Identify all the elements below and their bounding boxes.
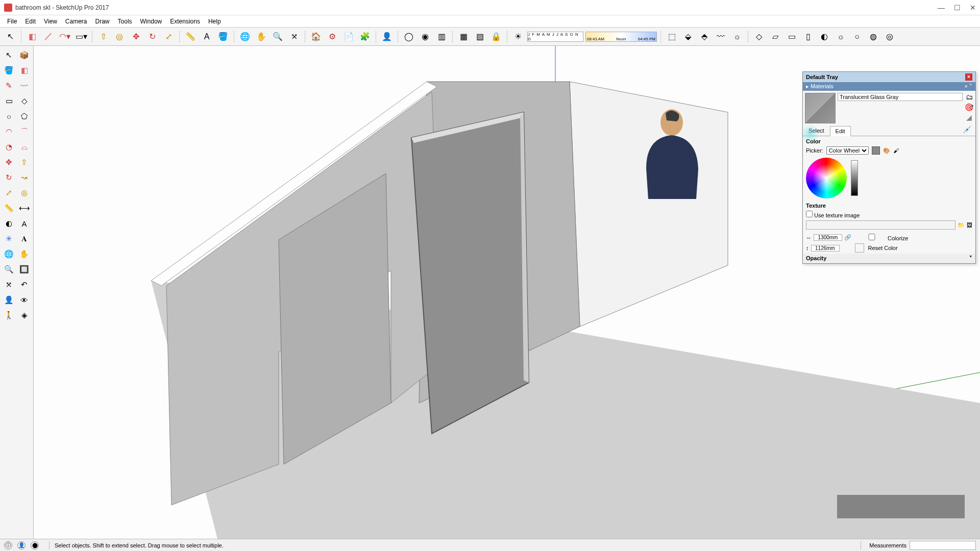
proj-two-icon[interactable]: ◎ — [883, 30, 897, 44]
proj-front-icon[interactable]: ▭ — [785, 30, 799, 44]
proj-back-icon[interactable]: ◐ — [817, 30, 831, 44]
menu-window[interactable]: Window — [136, 18, 166, 25]
link-dims-icon[interactable]: 🔗 — [844, 234, 851, 241]
lock-icon[interactable]: 🔒 — [489, 30, 503, 44]
tab-edit[interactable]: Edit — [830, 126, 851, 136]
menu-camera[interactable]: Camera — [61, 18, 91, 25]
time-slider[interactable]: 08:43 AM Noon 04:45 PM — [585, 32, 657, 42]
section-icon[interactable]: ◈ — [17, 308, 32, 322]
layout-icon[interactable]: 📄 — [341, 30, 356, 44]
style1-icon[interactable]: ⬚ — [665, 30, 679, 44]
proj-right-icon[interactable]: ▯ — [801, 30, 815, 44]
proj-para-icon[interactable]: ◍ — [866, 30, 880, 44]
tray-close-icon[interactable]: × — [965, 73, 972, 81]
component-icon[interactable]: ▧ — [473, 30, 487, 44]
paint-bucket-icon[interactable]: 🪣 — [2, 63, 16, 78]
swatch-icon[interactable] — [872, 146, 880, 155]
pushpull2-icon[interactable]: ⇧ — [17, 155, 32, 169]
rotated-rect-icon[interactable]: ◇ — [17, 94, 32, 108]
browse-texture-icon[interactable]: 📁 — [958, 222, 965, 229]
use-texture-checkbox[interactable]: Use texture image — [806, 212, 860, 218]
line-tool-icon[interactable]: ／ — [41, 30, 56, 44]
polygon-icon[interactable]: ⬠ — [17, 109, 32, 123]
menu-view[interactable]: View — [40, 18, 61, 25]
tape-icon[interactable]: 📏 — [183, 30, 198, 44]
arc4-icon[interactable]: ⌓ — [17, 140, 32, 154]
zoom-icon[interactable]: 🔍 — [271, 30, 285, 44]
scale2-icon[interactable]: ⤢ — [2, 186, 16, 200]
vray-viewport-icon[interactable]: ▥ — [434, 30, 449, 44]
pan-icon[interactable]: ✋ — [254, 30, 268, 44]
position-cam-icon[interactable]: 👤 — [2, 293, 16, 307]
circle-icon[interactable]: ○ — [2, 109, 16, 123]
ext-manager-icon[interactable]: 🧩 — [358, 30, 372, 44]
expand-opacity-icon[interactable]: ˅ — [969, 255, 972, 262]
text-icon[interactable]: A — [200, 30, 214, 44]
rotate-icon[interactable]: ↻ — [145, 30, 159, 44]
arc2-icon[interactable]: ◠ — [2, 124, 16, 139]
ext-warehouse-icon[interactable]: ⚙ — [325, 30, 339, 44]
dim-icon[interactable]: ⟷ — [17, 201, 32, 215]
look-icon[interactable]: 👁 — [17, 293, 32, 307]
pencil-icon[interactable]: ✎ — [2, 79, 16, 93]
shape-tool-icon[interactable]: ▭▾ — [74, 30, 88, 44]
offset2-icon[interactable]: ◎ — [17, 186, 32, 200]
menu-draw[interactable]: Draw — [91, 18, 114, 25]
match-screen-icon[interactable]: 🎨 — [883, 147, 890, 154]
texture-width-input[interactable] — [814, 234, 842, 241]
shadow-toggle-icon[interactable]: ☀ — [511, 30, 525, 44]
style3-icon[interactable]: ⬘ — [697, 30, 712, 44]
close-button[interactable]: ✕ — [970, 4, 976, 12]
proj-left-icon[interactable]: ☼ — [834, 30, 848, 44]
paint-icon[interactable]: 🪣 — [216, 30, 230, 44]
menu-edit[interactable]: Edit — [21, 18, 40, 25]
select-icon[interactable]: ↖ — [2, 48, 16, 62]
zoom2-icon[interactable]: 🔍 — [2, 262, 16, 277]
rect-icon[interactable]: ▭ — [2, 94, 16, 108]
scale-icon[interactable]: ⤢ — [161, 30, 176, 44]
text2-icon[interactable]: A — [17, 216, 32, 231]
status-info-icon[interactable]: ⓘ — [4, 541, 12, 549]
menu-help[interactable]: Help — [204, 18, 225, 25]
material-name-input[interactable] — [838, 93, 963, 101]
pie-icon[interactable]: ◔ — [2, 140, 16, 154]
style4-icon[interactable]: 〰 — [714, 30, 728, 44]
zoom-extents-icon[interactable]: ⤧ — [287, 30, 301, 44]
date-slider[interactable]: J F M A M J J A S O N D — [527, 32, 583, 42]
orbit2-icon[interactable]: 🌐 — [2, 247, 16, 261]
create-material-icon[interactable]: 🗂 — [966, 93, 973, 101]
match-model-icon[interactable]: 🖌 — [893, 147, 899, 154]
zoom-window-icon[interactable]: 🔲 — [17, 262, 32, 277]
menu-extensions[interactable]: Extensions — [166, 18, 204, 25]
axes-icon[interactable]: ✳ — [2, 232, 16, 246]
tray-header[interactable]: Default Tray × — [803, 72, 975, 82]
orbit-icon[interactable]: 🌐 — [238, 30, 252, 44]
menu-file[interactable]: File — [3, 18, 21, 25]
previous-icon[interactable]: ↶ — [17, 278, 32, 292]
arc3-icon[interactable]: ⌒ — [17, 124, 32, 139]
move-icon[interactable]: ✥ — [129, 30, 143, 44]
proj-top-icon[interactable]: ▱ — [768, 30, 782, 44]
status-geo-icon[interactable]: 👤 — [17, 541, 26, 549]
arc-tool-icon[interactable]: ◠▾ — [58, 30, 72, 44]
tape2-icon[interactable]: 📏 — [2, 201, 16, 215]
minimize-button[interactable]: — — [938, 4, 945, 12]
colorize-checkbox[interactable]: Colorize — [857, 234, 908, 241]
followme-icon[interactable]: ↝ — [17, 170, 32, 185]
measurements-input[interactable] — [910, 541, 976, 550]
eraser-icon[interactable]: ◧ — [25, 30, 39, 44]
material-preview[interactable] — [805, 93, 836, 123]
vray-render-icon[interactable]: ◯ — [402, 30, 416, 44]
style5-icon[interactable]: ☼ — [730, 30, 744, 44]
texture-height-input[interactable] — [811, 245, 840, 252]
proj-iso-icon[interactable]: ◇ — [752, 30, 766, 44]
pan2-icon[interactable]: ✋ — [17, 247, 32, 261]
style2-icon[interactable]: ⬙ — [681, 30, 695, 44]
signin-icon[interactable]: 👤 — [380, 30, 394, 44]
select-tool-icon[interactable]: ↖ — [3, 30, 17, 44]
picker-select[interactable]: Color Wheel — [826, 146, 869, 155]
proj-persp-icon[interactable]: ○ — [850, 30, 864, 44]
reset-color-label[interactable]: Reset Color — [868, 245, 898, 251]
panel-collapse-icon[interactable]: × ˄ — [965, 83, 972, 90]
reset-color-swatch[interactable] — [855, 243, 864, 253]
